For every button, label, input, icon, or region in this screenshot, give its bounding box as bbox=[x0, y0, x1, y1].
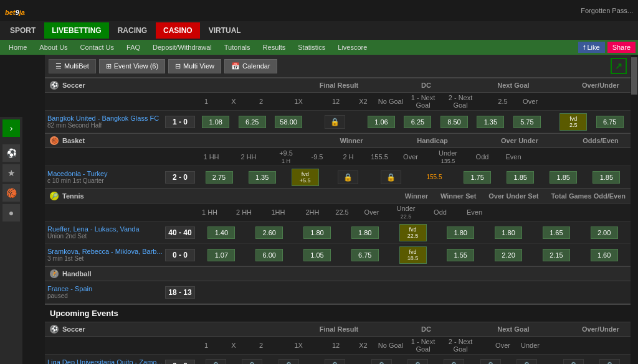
handball-match-name[interactable]: France - Spain bbox=[47, 285, 163, 292]
tennis-btn-shh2-1[interactable]: 1.80 bbox=[351, 226, 379, 239]
sidebar-dot-icon[interactable]: ● bbox=[2, 204, 20, 222]
event-view-btn[interactable]: ⊞ Event View (6) bbox=[99, 59, 165, 73]
subnav-home[interactable]: Home bbox=[2, 41, 33, 54]
tennis-btn-1hh-2[interactable]: 1.07 bbox=[207, 249, 235, 261]
tennis-btn-2hh-2[interactable]: 6.00 bbox=[255, 249, 283, 261]
basket-btn-over[interactable]: 1.75 bbox=[464, 171, 491, 184]
tennis-btn-odd-2[interactable]: 2.15 bbox=[543, 249, 570, 261]
col-2: 2 bbox=[247, 98, 275, 105]
lock-3: 🔒 bbox=[279, 359, 299, 365]
tennis-btn-shh1-1[interactable]: 1.80 bbox=[303, 226, 331, 239]
next-goal-header: Next Goal bbox=[476, 82, 551, 89]
col-ng-1: 1 - Next Goal bbox=[404, 94, 442, 109]
subnav-livescore[interactable]: Livescore bbox=[331, 41, 373, 54]
odds-btn-x[interactable]: 6.25 bbox=[239, 116, 266, 128]
tennis-btn-shh2-2[interactable]: 6.75 bbox=[351, 249, 379, 261]
tennis-winner-set-header: Winner Set bbox=[440, 192, 476, 200]
odds-btn-12[interactable]: 1.06 bbox=[368, 116, 395, 128]
up-col-1: 1 bbox=[193, 342, 220, 349]
subnav-contact[interactable]: Contact Us bbox=[74, 41, 120, 54]
tennis-btn-under-2[interactable]: 2.20 bbox=[495, 249, 522, 261]
basket-btn-1hh[interactable]: 2.75 bbox=[206, 171, 233, 184]
nav-racing[interactable]: RACING bbox=[110, 22, 155, 39]
up-col-ng-ng: No Goal bbox=[377, 342, 404, 349]
up-ou-under: Under bbox=[517, 342, 544, 349]
odds-btn-ng[interactable]: 8.50 bbox=[440, 116, 468, 128]
multiview-icon: ⊟ bbox=[175, 62, 181, 70]
basket-col-hcap: -9.5 bbox=[305, 153, 330, 161]
tennis-btn-over-1[interactable]: 1.80 bbox=[447, 226, 474, 239]
subnav-statistics[interactable]: Statistics bbox=[292, 41, 331, 54]
odds-btn-1[interactable]: 1.08 bbox=[202, 116, 229, 128]
tennis-btn-fvd[interactable]: fvd22.5 bbox=[399, 224, 427, 241]
scrollbar-thumb[interactable] bbox=[631, 57, 637, 95]
top-right: Forgotten Pass... bbox=[581, 7, 633, 14]
basket-odds-h2: 🔒 bbox=[369, 170, 412, 184]
nav-livebetting[interactable]: LIVEBETTING bbox=[44, 22, 108, 39]
basket-btn-even[interactable]: 1.85 bbox=[593, 171, 620, 184]
tennis-btn-2hh-1[interactable]: 2.60 bbox=[255, 226, 283, 239]
subnav-about[interactable]: About Us bbox=[33, 41, 74, 54]
subnav-faq[interactable]: FAQ bbox=[120, 41, 146, 54]
col-ou-25: 2.5 bbox=[489, 98, 517, 105]
calendar-btn[interactable]: 📅 Calendar bbox=[224, 59, 277, 73]
odds-btn-2[interactable]: 58.00 bbox=[275, 116, 302, 128]
sidebar-expand-icon[interactable]: › bbox=[2, 119, 20, 137]
subnav-results[interactable]: Results bbox=[257, 41, 292, 54]
tennis-btn-fvd-2[interactable]: fvd18.5 bbox=[399, 246, 427, 264]
subnav-deposit[interactable]: Deposit/Withdrawal bbox=[146, 41, 218, 54]
basket-section-header: 🏀 Basket Winner Handicap Over Under Odds… bbox=[45, 133, 631, 148]
tennis-2hh2: 2HH bbox=[295, 208, 330, 216]
tennis-btn-even-2[interactable]: 1.60 bbox=[591, 249, 618, 261]
nav-sport[interactable]: SPORT bbox=[2, 22, 43, 39]
share-btn[interactable]: Share bbox=[607, 42, 636, 53]
col-x2: X2 bbox=[350, 98, 377, 105]
odds-btn-x2[interactable]: 6.25 bbox=[404, 116, 431, 128]
tennis-btn-shh1-2[interactable]: 1.05 bbox=[303, 249, 331, 261]
calendar-icon: 📅 bbox=[231, 62, 240, 70]
tennis-btn-odd-1[interactable]: 1.65 bbox=[543, 226, 570, 239]
sidebar-soccer-icon[interactable]: ⚽ bbox=[2, 144, 20, 162]
basket-match-name[interactable]: Macedonia - Turkey bbox=[47, 170, 163, 177]
odds-x: 6.25 bbox=[234, 116, 270, 128]
sidebar-star-icon[interactable]: ★ bbox=[2, 164, 20, 182]
sidebar-ball-icon[interactable]: 🏀 bbox=[2, 184, 20, 202]
multi-view-btn[interactable]: ⊟ Multi View bbox=[168, 59, 221, 73]
tennis-2-fvd: fvd18.5 bbox=[389, 246, 437, 264]
basket-handicap-header: Handicap bbox=[401, 137, 464, 144]
logo[interactable]: bet9ja bbox=[5, 2, 25, 19]
tennis-btn-1hh-1[interactable]: 1.40 bbox=[207, 226, 235, 239]
tennis-match-name-1[interactable]: Rueffer, Lena - Lukacs, Vanda bbox=[47, 225, 163, 233]
go-btn[interactable]: ↗ bbox=[611, 58, 627, 74]
odds-btn-ng1[interactable]: 1.35 bbox=[477, 116, 504, 128]
odds-btn-ng2[interactable]: 5.75 bbox=[513, 116, 541, 128]
tennis-match-name-2[interactable]: Sramkova, Rebecca - Miklova, Barb... bbox=[47, 248, 163, 255]
basket-odd-even-header: Odds/Even bbox=[576, 137, 626, 144]
event-view-label: Event View (6) bbox=[114, 62, 158, 70]
tennis-btn-over-2[interactable]: 1.55 bbox=[447, 249, 474, 261]
basket-btn-hcap[interactable]: fvd+5.5 bbox=[292, 169, 319, 186]
subnav-tutorials[interactable]: Tutorials bbox=[218, 41, 257, 54]
up-col-x2: X2 bbox=[350, 342, 377, 349]
upcoming-name-1[interactable]: Liga Dep Universitaria Quito - Zamo... bbox=[47, 358, 163, 364]
forgotten-pass-link[interactable]: Forgotten Pass... bbox=[581, 7, 633, 14]
tennis-2-odd: 2.15 bbox=[532, 249, 580, 261]
multibet-btn[interactable]: ☰ MultiBet bbox=[49, 59, 96, 73]
basket-btn-odd[interactable]: 1.85 bbox=[550, 171, 577, 184]
nav-virtual[interactable]: VIRTUAL bbox=[201, 22, 249, 39]
basket-btn-under[interactable]: 1.85 bbox=[507, 171, 534, 184]
odds-btn-under[interactable]: 6.75 bbox=[596, 116, 624, 128]
up-lock-6: 🔒 bbox=[399, 359, 436, 365]
tennis-under: Under22.5 bbox=[389, 205, 423, 220]
tennis-btn-under-1[interactable]: 1.80 bbox=[495, 226, 522, 239]
right-scrollbar[interactable] bbox=[631, 55, 638, 364]
soccer-match-name[interactable]: Bangkok United - Bangkok Glass FC bbox=[47, 114, 163, 122]
basket-btn-2hh[interactable]: 1.35 bbox=[249, 171, 276, 184]
lock-10: 🔒 bbox=[563, 359, 584, 365]
tennis-btn-even-1[interactable]: 2.00 bbox=[591, 226, 618, 239]
grid-icon: ⊞ bbox=[106, 62, 112, 70]
odds-btn-fvd[interactable]: fvd2.5 bbox=[559, 113, 587, 131]
facebook-like-btn[interactable]: f Like bbox=[578, 42, 604, 53]
handball-section-header: 🤾 Handball bbox=[45, 266, 631, 281]
nav-casino[interactable]: CASINO bbox=[156, 22, 200, 39]
